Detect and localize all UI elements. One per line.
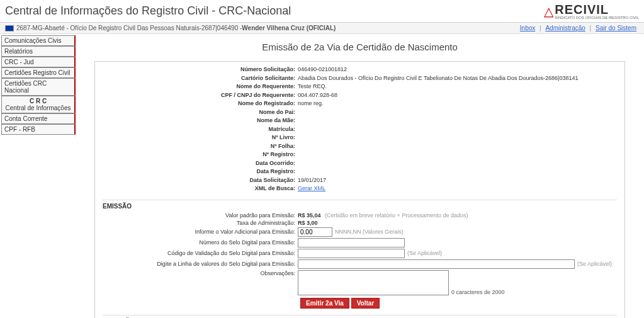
voltar-emissao-button[interactable]: Voltar [351, 298, 380, 309]
sidebar-item-relatorios[interactable]: Relatórios [1, 46, 76, 57]
cod-val-label: Código de Validação do Selo Digital para… [103, 250, 298, 256]
valor-padrao-hint: (Certidão em breve relatório + Processam… [325, 212, 468, 219]
xml-label: XML de Busca: [103, 185, 298, 193]
admin-link[interactable]: Administração [545, 25, 585, 31]
cod-val-hint: (Se Aplicável) [407, 250, 442, 256]
matricula-value [298, 125, 617, 134]
app-title: Central de Informações do Registro Civil… [5, 4, 291, 18]
sidebar-crc-line2: Central de Informações [6, 105, 71, 111]
obs-textarea[interactable] [298, 270, 449, 295]
data-reg-value [298, 168, 617, 176]
logo: △ RECIVIL SINDICATO DOS OFICIAIS DE REGI… [544, 3, 639, 20]
sidebar-item-certidoes-nacional[interactable]: Certidões CRC Nacional [1, 78, 76, 96]
cartorio-label: Cartório Solicitante: [103, 74, 298, 83]
valor-adicional-label: Informe o Valor Adicional para Emissão: [103, 229, 298, 235]
sidebar-item-comunicacoes[interactable]: Comunicações Civis [1, 35, 76, 46]
num-selo-label: Número do Selo Digital para Emissão: [103, 239, 298, 246]
registro-label: Nº Registro: [103, 150, 298, 159]
exit-link[interactable]: Sair do Sistem [596, 25, 636, 31]
obs-counter: 0 caracteres de 2000 [451, 289, 505, 295]
main-panel: Número Solicitação:046490-021001812 Cart… [94, 61, 625, 318]
nome-reg-label: Nome do Registrado: [103, 99, 298, 108]
sidebar-item-certidoes-rc[interactable]: Certidões Registro Civil [1, 67, 76, 78]
nome-mae-label: Nome da Mãe: [103, 116, 298, 125]
taxa-value: R$ 3,00 [298, 220, 318, 226]
emissao-heading: EMISSÃO [103, 200, 617, 210]
valor-adicional-hint: NNNN,NN (Valores Gerais) [335, 229, 404, 235]
linha-hint: (Se Aplicável) [577, 261, 612, 267]
nome-req-value: Teste REQ. [298, 82, 617, 91]
nome-reg-value: nome reg. [298, 99, 617, 108]
nome-pai-value [298, 108, 617, 117]
obs-label: Observações: [103, 270, 298, 276]
nome-req-label: Nome do Requerente: [103, 82, 298, 91]
data-oc-label: Data Ocorrido: [103, 159, 298, 168]
sidebar: Comunicações Civis Relatórios CRC - Jud … [0, 34, 76, 318]
logo-subtitle: SINDICATO DOS OFICIAIS DE REGISTRO CIVIL [555, 16, 639, 20]
nome-mae-value [298, 116, 617, 125]
folha-value [298, 142, 617, 151]
data-sol-label: Data Solicitação: [103, 176, 298, 185]
sidebar-item-conta[interactable]: Conta Corrente [1, 113, 76, 124]
num-selo-input[interactable] [298, 238, 405, 247]
linha-input[interactable] [298, 259, 575, 269]
nome-pai-label: Nome do Pai: [103, 108, 298, 117]
matricula-label: Matrícula: [103, 125, 298, 134]
page-title: Emissão de 2a Via de Certidão de Nascime… [82, 42, 638, 52]
sidebar-item-cpf-rfb[interactable]: CPF - RFB [1, 124, 76, 135]
cpf-value: 004.407.928-68 [298, 91, 617, 100]
flag-icon [5, 25, 14, 31]
valor-padrao-value: R$ 35,04 [298, 212, 321, 219]
cpf-label: CPF / CNPJ do Requerente: [103, 91, 298, 100]
taxa-label: Taxa de Administração: [103, 220, 298, 226]
folha-label: Nº Folha: [103, 142, 298, 151]
data-sol-value: 19/01/2017 [298, 176, 617, 185]
breadcrumb-user: Wender Vilhena Cruz (OFICIAL) [242, 25, 336, 31]
emitir-button[interactable]: Emitir 2a Via [300, 298, 349, 309]
cod-val-input[interactable] [298, 249, 405, 258]
breadcrumb: 2687-MG-Abaeté - Ofício De Registro Civi… [0, 23, 644, 34]
livro-label: Nº Livro: [103, 133, 298, 142]
valor-adicional-input[interactable] [298, 227, 332, 237]
valor-padrao-label: Valor padrão para Emissão: [103, 212, 298, 219]
sidebar-item-crc-central[interactable]: C R C Central de Informações [1, 96, 76, 113]
data-oc-value [298, 159, 617, 168]
sidebar-item-crc-jud[interactable]: CRC - Jud [1, 57, 76, 67]
inbox-link[interactable]: Inbox [520, 25, 535, 31]
gerar-xml-link[interactable]: Gerar XML [298, 185, 325, 191]
num-sol-label: Número Solicitação: [103, 65, 298, 74]
logo-text: RECIVIL [555, 3, 639, 17]
logo-icon: △ [544, 4, 553, 19]
data-reg-label: Data Registro: [103, 168, 298, 176]
breadcrumb-path: 2687-MG-Abaeté - Ofício De Registro Civi… [16, 25, 242, 31]
cartorio-value: Abadia Dos Dourados - Ofício Do Registro… [298, 74, 617, 83]
registro-value [298, 150, 617, 159]
sidebar-crc-line1: C R C [30, 98, 47, 105]
linha-label: Digite a Linha de valores do Selo Digita… [103, 261, 298, 267]
livro-value [298, 133, 617, 142]
num-sol-value: 046490-021001812 [298, 65, 617, 74]
rejeicao-heading: REJEIÇÃO [103, 315, 617, 319]
